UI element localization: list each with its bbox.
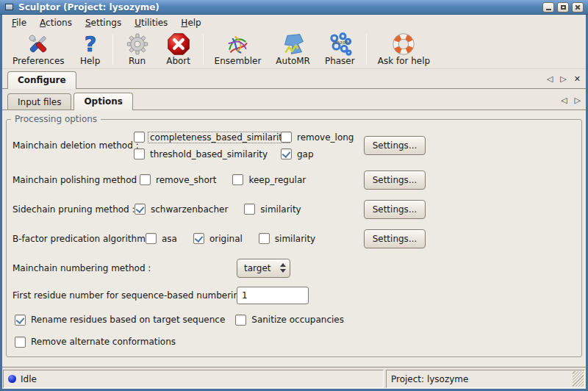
menu-settings[interactable]: Settings (79, 16, 128, 29)
tab-options[interactable]: Options (74, 93, 133, 110)
toolbar-preferences-button[interactable]: Preferences (5, 32, 72, 67)
close-icon (575, 4, 581, 10)
toolbar-abort-button[interactable]: Abort (158, 32, 199, 67)
lifebuoy-icon (390, 32, 417, 56)
checkbox-rename-residues[interactable]: Rename residues based on target sequence (15, 315, 226, 326)
checkbox-remove-alternate-conformations[interactable]: Remove alternate conformations (15, 337, 177, 348)
toolbar-label: Abort (166, 57, 190, 66)
checkbox-remove-short[interactable]: remove_short (140, 174, 218, 185)
checkbox-similarity-pruning[interactable]: similarity (244, 204, 302, 215)
svg-text:phaser: phaser (333, 39, 351, 46)
checkbox-label: keep_regular (247, 175, 307, 185)
dropdown-value: target (244, 263, 280, 273)
row-label: Sidechain pruning method : (12, 204, 135, 215)
checkbox-asa[interactable]: asa (146, 233, 179, 244)
tab-scroll-left-icon[interactable]: ◁ (547, 75, 553, 83)
checkbox-sanitize-occupancies[interactable]: Sanitize occupancies (235, 315, 345, 326)
checkbox-icon (15, 337, 26, 348)
titlebar[interactable]: Sculptor (Project: lysozyme) (0, 0, 588, 15)
options-panel: Processing options Mainchain deletion me… (2, 110, 586, 367)
checkbox-label: gap (295, 149, 315, 159)
checkbox-gap[interactable]: gap (281, 148, 355, 159)
ensemble-ribbon-icon (223, 32, 251, 56)
menubar: File Actions Settings Utilities Help (2, 15, 586, 31)
checkbox-label: asa (160, 234, 179, 244)
checkbox-icon (15, 315, 26, 326)
row-first-residue-number: First residue number for sequence-based … (7, 286, 581, 304)
checkbox-icon (140, 174, 151, 185)
checkbox-schwarzenbacher[interactable]: schwarzenbacher (135, 204, 229, 215)
close-button[interactable] (572, 2, 584, 12)
checkbox-label: threshold_based_similarity (148, 149, 269, 159)
toolbar-label: Phaser (325, 57, 355, 66)
status-ball-icon (8, 375, 16, 383)
tab-scroll-right-icon[interactable]: ▷ (575, 96, 581, 104)
row-rename-sanitize: Rename residues based on target sequence… (7, 314, 581, 326)
group-title: Processing options (11, 114, 101, 124)
checkbox-similarity-bfactor[interactable]: similarity (259, 233, 317, 244)
maximize-button[interactable] (557, 2, 569, 12)
toolbar-separator (366, 34, 367, 65)
row-label: B-factor predication algorithm : (12, 234, 146, 244)
app-window: Sculptor (Project: lysozyme) File Action… (0, 0, 588, 391)
row-remove-alternate: Remove alternate conformations (7, 336, 581, 348)
tab-close-icon[interactable]: ✕ (574, 75, 581, 83)
checkbox-threshold-based-similarity[interactable]: threshold_based_similarity (134, 148, 266, 159)
window-title: Sculptor (Project: lysozyme) (18, 2, 542, 12)
menu-help[interactable]: Help (174, 16, 207, 29)
checkbox-keep-regular[interactable]: keep_regular (232, 174, 307, 185)
tab-configure[interactable]: Configure (7, 71, 76, 89)
tab-scroll-left-icon[interactable]: ◁ (561, 96, 567, 104)
menu-utilities[interactable]: Utilities (128, 16, 174, 29)
toolbar-help-button[interactable]: ? Help (72, 32, 109, 67)
phaser-molecules-icon: phaser (326, 32, 354, 56)
checkbox-icon (281, 148, 292, 159)
settings-button-mainchain-polishing[interactable]: Settings... (364, 171, 426, 190)
first-residue-number-input[interactable] (237, 287, 309, 304)
checkbox-icon (134, 132, 145, 143)
svg-text:?: ? (84, 32, 96, 56)
toolbar-separator (112, 34, 113, 65)
toolbar-ask-for-help-button[interactable]: Ask for help (370, 32, 437, 67)
toolbar-label: Help (80, 57, 100, 66)
row-label: Mainchain polishing method : (12, 175, 140, 185)
toolbar-phaser-button[interactable]: phaser Phaser (318, 32, 362, 67)
checkbox-label: similarity (259, 204, 302, 215)
mainchain-numbering-dropdown[interactable]: target (237, 259, 290, 278)
checkbox-icon (135, 204, 146, 215)
toolbar-run-button[interactable]: Run (117, 32, 158, 67)
tab-input-files[interactable]: Input files (7, 93, 71, 110)
checkbox-icon (244, 204, 255, 215)
toolbar-automr-button[interactable]: AutoMR (268, 32, 318, 67)
stop-x-icon (165, 32, 192, 56)
minimize-button[interactable] (542, 2, 554, 12)
toolbar-label: AutoMR (276, 57, 310, 66)
resize-grip-icon[interactable] (573, 371, 584, 387)
settings-button-mainchain-deletion[interactable]: Settings... (364, 136, 426, 155)
checkbox-label: remove_long (295, 132, 355, 143)
tab-scroll-right-icon[interactable]: ▷ (560, 75, 566, 83)
checkbox-icon (146, 233, 157, 244)
toolbar-label: Ensembler (215, 57, 262, 66)
status-cell: Idle (3, 370, 384, 388)
checkbox-remove-long[interactable]: remove_long (281, 132, 355, 143)
crossed-tools-icon (25, 32, 51, 56)
row-mainchain-deletion: Mainchain deletion method : completeness… (7, 132, 581, 159)
maximize-icon (561, 5, 566, 10)
toolbar-separator (203, 34, 204, 65)
toolbar-ensembler-button[interactable]: Ensembler (207, 32, 269, 67)
checkbox-completeness-based-similarity[interactable]: completeness_based_similarity (134, 132, 266, 143)
toolbar-label: Run (129, 57, 146, 66)
menu-actions[interactable]: Actions (33, 16, 79, 29)
project-cell: Project: lysozyme (386, 370, 585, 388)
menu-file[interactable]: File (5, 16, 33, 29)
checkbox-label: schwarzenbacher (149, 204, 229, 215)
settings-button-bfactor[interactable]: Settings... (364, 229, 426, 248)
checkbox-icon (281, 132, 292, 143)
row-mainchain-numbering: Mainchain numbering method : target (7, 258, 581, 278)
checkbox-label: Sanitize occupancies (250, 315, 345, 325)
question-mark-icon: ? (79, 32, 101, 56)
settings-button-sidechain-pruning[interactable]: Settings... (364, 200, 426, 219)
toolbar-label: Preferences (12, 57, 65, 66)
checkbox-original[interactable]: original (193, 233, 244, 244)
